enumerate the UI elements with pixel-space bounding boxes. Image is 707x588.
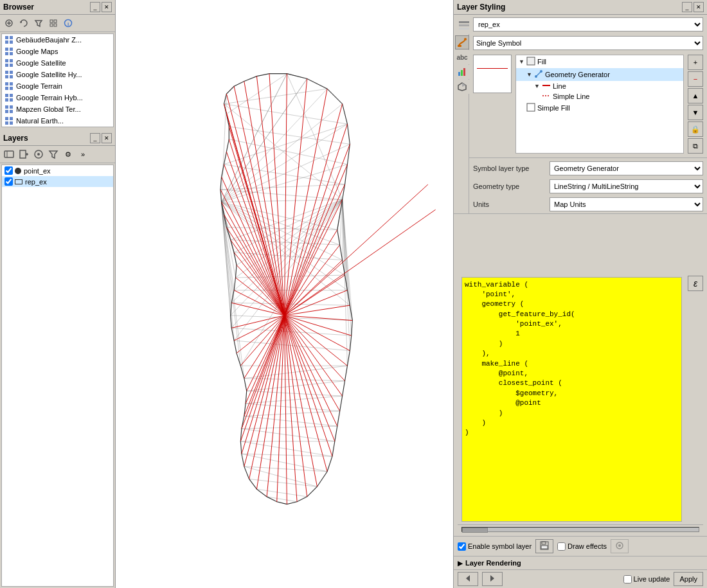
mapzen-icon [4,104,14,114]
layer-check-rep-ex[interactable] [4,177,13,186]
styling-tab-content-area: Single Symbol ▼ F [469,34,707,213]
svg-line-174 [234,86,284,316]
browser-collapse-btn[interactable] [46,16,60,30]
save-to-file-btn[interactable] [535,539,553,553]
diagram-tab-btn[interactable] [455,65,469,79]
code-editor[interactable]: with_variable ( 'point', geometry ( get_… [462,278,681,522]
draw-effects-check[interactable] [557,542,566,551]
svg-rect-7 [50,24,53,26]
layer-filter-btn[interactable] [46,147,60,161]
draw-effects-settings-btn[interactable] [611,539,629,553]
browser-info-btn[interactable]: i [61,16,75,30]
browser-filter-btn[interactable] [31,16,46,30]
layers-header: Layers _ ✕ [0,131,115,146]
svg-line-144 [244,316,285,467]
code-editor-container[interactable]: with_variable ( 'point', geometry ( get_… [461,277,682,522]
svg-line-23 [222,200,343,202]
svg-line-97 [249,479,318,486]
symbol-type-select[interactable]: Single Symbol [473,36,703,50]
browser-item-google-maps[interactable]: Google Maps [2,46,113,57]
layer-check-point-ex[interactable] [4,166,13,175]
svg-rect-11 [4,151,13,157]
browser-item-google-terrain-hy[interactable]: Google Terrain Hyb... [2,92,113,103]
layer-rendering-arrow: ▶ [458,560,463,567]
naturalearth-icon [4,116,14,126]
svg-line-58 [343,200,348,366]
layers-minimize-btn[interactable]: _ [90,133,100,143]
symbol-up-btn[interactable]: ▲ [688,88,703,103]
layer-select-dropdown[interactable]: rep_ex [473,17,703,31]
units-select[interactable]: Map Units [550,197,703,211]
svg-line-33 [222,202,232,328]
svg-marker-203 [490,575,494,582]
draw-effects-label[interactable]: Draw effects [557,542,607,551]
tree-item-geometry-gen[interactable]: ▼ Geometry Generator [516,68,683,81]
tree-label-simple-line: Simple Line [553,93,589,100]
svg-line-22 [287,74,307,79]
symbol-duplicate-btn[interactable]: ⧉ [688,138,703,154]
svg-text:i: i [67,21,69,27]
styling-close-btn[interactable]: ✕ [694,2,704,12]
gebaeude-icon [4,35,14,45]
svg-line-150 [247,316,285,391]
enable-symbol-layer-check[interactable] [458,542,466,551]
label-tab-btn[interactable]: abc [455,50,469,64]
browser-close-btn[interactable]: ✕ [102,2,112,12]
scrollbar-track[interactable] [461,527,699,532]
layer-new-btn[interactable] [17,147,31,161]
back-btn[interactable] [458,572,478,586]
geometry-type-select[interactable]: LineString / MultiLineString [550,179,703,193]
layer-add-btn[interactable] [2,147,16,161]
layer-rendering-header[interactable]: ▶ Layer Rendering [454,556,707,569]
browser-item-google-satellite-hy[interactable]: Google Satellite Hy... [2,69,113,80]
browser-minimize-btn[interactable]: _ [90,2,100,12]
enable-symbol-layer-text: Enable symbol layer [468,542,532,550]
browser-item-google-terrain[interactable]: Google Terrain [2,80,113,92]
browser-item-mapzen[interactable]: Mapzen Global Ter... [2,103,113,115]
tree-item-fill[interactable]: ▼ Fill [516,55,683,68]
browser-item-natural-earth[interactable]: Natural Earth... [2,115,113,127]
tree-item-line[interactable]: ▼ Line [516,81,683,91]
svg-line-112 [285,89,328,316]
svg-rect-5 [50,20,53,22]
bottom-controls: Enable symbol layer Draw effects [454,536,707,556]
code-scrollbar[interactable] [458,524,703,533]
svg-rect-187 [463,68,465,76]
scrollbar-thumb[interactable] [462,528,488,533]
symbol-lock-btn[interactable]: 🔒 [688,121,703,137]
tree-item-simple-fill[interactable]: Simple Fill [516,102,683,114]
layer-item-point-ex[interactable]: point_ex [2,165,113,176]
code-expr-btn[interactable]: ε [688,276,703,291]
symbol-down-btn[interactable]: ▼ [688,105,703,120]
symbol-layer-type-select[interactable]: Geometry Generator [550,161,703,175]
svg-line-140 [277,316,285,502]
symbol-remove-btn[interactable]: − [688,71,703,87]
live-update-check[interactable] [623,575,632,584]
layer-actions-btn[interactable]: ⚙ [61,147,75,161]
layers-close-btn[interactable]: ✕ [102,133,112,143]
tree-item-simple-line[interactable]: Simple Line [516,91,683,102]
styling-minimize-btn[interactable]: _ [682,2,692,12]
3d-tab-btn[interactable] [455,80,469,94]
svg-rect-181 [459,24,469,26]
browser-item-gebaeude[interactable]: GebäudeBaujahr Z... [2,34,113,46]
layer-item-rep-ex[interactable]: rep_ex [2,176,113,187]
apply-label: Apply [679,575,697,583]
browser-refresh-btn[interactable] [17,16,31,30]
layer-toggle-btn[interactable] [31,147,46,161]
symbol-add-btn[interactable]: + [688,55,703,70]
svg-line-118 [285,200,343,316]
apply-btn[interactable]: Apply [674,572,703,586]
svg-line-133 [285,316,335,441]
code-editor-wrapper: with_variable ( 'point', geometry ( get_… [458,274,703,525]
svg-rect-198 [542,542,546,544]
enable-symbol-layer-label[interactable]: Enable symbol layer [458,542,532,551]
browser-item-google-satellite[interactable]: Google Satellite [2,57,113,69]
map-canvas[interactable] [116,0,453,588]
layer-more-btn[interactable]: » [76,147,90,161]
paint-tab-btn[interactable] [455,35,469,49]
layer-list: point_ex rep_ex [1,165,114,587]
forward-btn[interactable] [482,572,503,586]
browser-add-btn[interactable] [2,16,16,30]
live-update-label[interactable]: Live update [623,575,670,584]
